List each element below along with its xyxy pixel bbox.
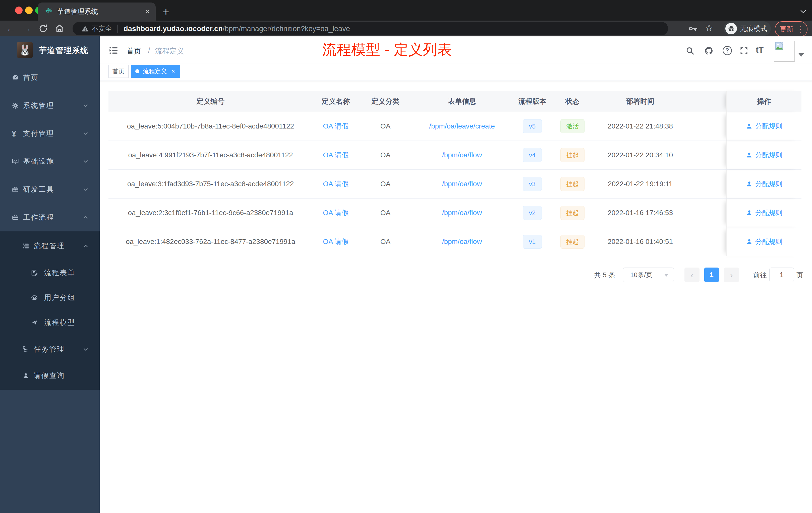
chevron-up-icon <box>82 214 89 221</box>
browser-update-button[interactable]: 更新 ⋮ <box>775 21 808 37</box>
url-text[interactable]: dashboard.yudao.iocoder.cn/bpm/manager/d… <box>123 25 350 33</box>
tags-view-bar <box>100 64 812 81</box>
tag-process-definition[interactable]: 流程定义 × <box>131 65 180 78</box>
incognito-badge: 无痕模式 <box>724 21 771 36</box>
table-row: oa_leave:4:991f2193-7b7f-11ec-a3c8-acde4… <box>109 141 802 170</box>
assign-rule-button[interactable]: 分配规则 <box>746 237 782 246</box>
form-link[interactable]: /bpm/oa/flow <box>442 151 482 159</box>
new-tab-button[interactable]: + <box>163 5 169 18</box>
form-link[interactable]: /bpm/oa/flow <box>442 238 482 246</box>
bookmark-star-icon[interactable]: ☆ <box>704 22 714 34</box>
forward-icon[interactable]: → <box>22 24 32 33</box>
col-process-version: 流程版本 <box>512 91 552 112</box>
deploy-time: 2022-01-22 19:19:11 <box>592 170 688 198</box>
tag-close-icon[interactable]: × <box>172 68 175 75</box>
fullscreen-icon[interactable] <box>740 46 749 55</box>
page-unit-label: 页 <box>796 271 803 280</box>
definition-name-link[interactable]: OA 请假 <box>323 208 349 218</box>
table-row: oa_leave:2:3c1f0ef1-76b1-11ec-9c66-a2380… <box>109 199 802 228</box>
sidebar-item-process-form[interactable]: 流程表单 <box>0 260 100 285</box>
assign-rule-button[interactable]: 分配规则 <box>746 151 782 160</box>
avatar-caret-down-icon[interactable] <box>799 53 804 57</box>
chevron-down-icon <box>82 186 89 193</box>
assign-rule-button[interactable]: 分配规则 <box>746 179 782 188</box>
search-icon[interactable] <box>686 46 695 55</box>
monitor-icon <box>11 158 19 165</box>
home-icon[interactable] <box>54 23 65 34</box>
security-label[interactable]: 不安全 <box>92 24 112 33</box>
sidebar-item-home[interactable]: 首页 <box>0 65 100 90</box>
assign-rule-button[interactable]: 分配规则 <box>746 122 782 131</box>
hamburger-icon[interactable] <box>109 46 118 55</box>
tab-search-chevron-icon[interactable] <box>799 8 808 14</box>
definition-id: oa_leave:3:1fad3d93-7b75-11ec-a3c8-acde4… <box>109 170 313 198</box>
browser-tab[interactable]: 芋道管理系统 × <box>38 2 156 21</box>
tag-home[interactable]: 首页 <box>109 65 128 78</box>
sidebar-item-process-management[interactable]: 流程管理 <box>0 233 100 259</box>
table-row: oa_leave:5:004b710b-7b8a-11ec-8ef0-acde4… <box>109 112 802 141</box>
col-definition-id: 定义编号 <box>109 91 313 112</box>
briefcase-icon <box>11 214 19 221</box>
app-logo-avatar: 🐰 <box>17 42 33 58</box>
version-badge: v1 <box>523 235 542 249</box>
update-label: 更新 <box>780 25 793 34</box>
deploy-time: 2022-01-16 17:46:53 <box>592 199 688 227</box>
goto-page-input[interactable]: 1 <box>769 268 794 282</box>
goto-label: 前往 <box>753 271 767 280</box>
definition-name-link[interactable]: OA 请假 <box>323 237 349 246</box>
github-icon[interactable] <box>704 46 713 55</box>
reload-icon[interactable] <box>38 24 48 34</box>
table-header-row: 定义编号 定义名称 定义分类 表单信息 流程版本 状态 部署时间 操作 <box>109 91 802 112</box>
sidebar-item-leave-query[interactable]: 请假查询 <box>0 363 100 388</box>
assign-rule-button[interactable]: 分配规则 <box>746 208 782 217</box>
sidebar-item-task-management[interactable]: 任务管理 <box>0 337 100 362</box>
form-link[interactable]: /bpm/oa/flow <box>442 209 482 217</box>
tab-close-icon[interactable]: × <box>145 7 150 16</box>
traffic-minimize-button[interactable] <box>25 6 33 14</box>
definition-name-link[interactable]: OA 请假 <box>323 150 349 160</box>
chevron-down-icon <box>82 346 89 353</box>
next-page-button[interactable]: › <box>724 268 739 282</box>
deploy-time: 2022-01-16 01:40:51 <box>592 228 688 256</box>
font-size-icon[interactable]: tT <box>756 45 763 55</box>
browser-menu-icon[interactable]: ⋮ <box>797 25 805 34</box>
help-icon[interactable]: ? <box>723 46 732 55</box>
deploy-time: 2022-01-22 21:48:38 <box>592 112 688 141</box>
chevron-up-icon <box>82 243 89 249</box>
sidebar-item-process-model[interactable]: 流程模型 <box>0 310 100 335</box>
chevron-down-icon <box>82 130 89 137</box>
url-bar[interactable]: 不安全 dashboard.yudao.iocoder.cn/bpm/manag… <box>72 22 668 35</box>
definition-name-link[interactable]: OA 请假 <box>323 121 349 131</box>
form-link[interactable]: /bpm/oa/leave/create <box>429 122 495 130</box>
incognito-icon <box>725 23 737 34</box>
sidebar-item-infrastructure[interactable]: 基础设施 <box>0 149 100 174</box>
sidebar-item-payment[interactable]: ¥ 支付管理 <box>0 121 100 146</box>
breadcrumb-home[interactable]: 首页 <box>126 46 141 56</box>
col-definition-name: 定义名称 <box>313 91 359 112</box>
sidebar-item-dev-tools[interactable]: 研发工具 <box>0 177 100 202</box>
traffic-close-button[interactable] <box>15 6 23 14</box>
rabbit-logo-icon: 🐰 <box>19 44 31 56</box>
definition-name-link[interactable]: OA 请假 <box>323 179 349 189</box>
sidebar-item-system[interactable]: 系统管理 <box>0 93 100 118</box>
prev-page-button[interactable]: ‹ <box>685 268 699 282</box>
avatar[interactable] <box>774 41 795 62</box>
back-icon[interactable]: ← <box>6 24 16 33</box>
sidebar-item-user-group[interactable]: 用户分组 <box>0 285 100 310</box>
current-page-button[interactable]: 1 <box>704 268 719 282</box>
col-actions: 操作 <box>726 91 802 112</box>
yen-icon: ¥ <box>11 130 19 137</box>
paper-plane-icon <box>31 319 38 326</box>
definition-id: oa_leave:4:991f2193-7b7f-11ec-a3c8-acde4… <box>109 141 313 170</box>
form-edit-icon <box>31 269 38 277</box>
form-link[interactable]: /bpm/oa/flow <box>442 180 482 188</box>
sidebar-item-workflow[interactable]: 工作流程 <box>0 205 100 230</box>
password-key-icon[interactable] <box>689 25 698 33</box>
page-size-select[interactable]: 10条/页 <box>623 268 674 282</box>
row-spacer <box>688 228 726 256</box>
tab-title: 芋道管理系统 <box>57 7 98 16</box>
tree-icon <box>22 345 30 353</box>
definition-id: oa_leave:2:3c1f0ef1-76b1-11ec-9c66-a2380… <box>109 199 313 227</box>
pagination-total: 共 5 条 <box>594 271 615 280</box>
col-definition-category: 定义分类 <box>359 91 412 112</box>
